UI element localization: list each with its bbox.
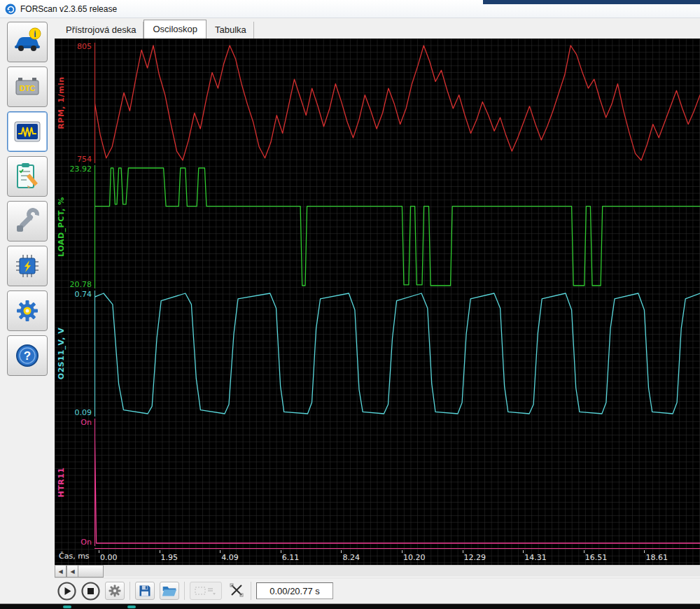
help-glyph: ? (24, 349, 31, 363)
sidebar: i DTC (0, 18, 55, 603)
x-tick-label: 18.61 (645, 553, 668, 562)
tab-tabulka[interactable]: Tabulka (208, 22, 254, 38)
marker-tool-icon (194, 585, 218, 596)
tab-bar: Přístrojová deska Osciloskop Tabulka (55, 18, 700, 38)
tab-pristrojova-deska[interactable]: Přístrojová deska (59, 22, 144, 38)
x-tick-mark (402, 550, 402, 553)
sidebar-button-oscilloscope[interactable] (7, 111, 48, 152)
subchart-rpm: 805 754 RPM, 1/min (55, 43, 700, 163)
x-tick-label: 10.20 (403, 553, 426, 562)
chip-icon (12, 251, 43, 281)
htr-waveform[interactable] (94, 419, 700, 546)
scrollbar-track[interactable] (104, 565, 700, 578)
clear-markers-button[interactable] (227, 582, 246, 601)
save-button[interactable] (135, 582, 155, 600)
scroll-left-button[interactable]: ◀ (55, 565, 66, 578)
gear-icon (12, 295, 43, 326)
x-tick-label: 8.24 (342, 553, 360, 562)
car-info-icon: i (12, 27, 43, 57)
time-tick-row: 0.001.954.096.118.2410.2012.2914.3116.51… (94, 548, 700, 562)
scope-settings-button[interactable] (105, 582, 125, 600)
wrench-icon (12, 206, 43, 237)
load-max-label: 23.92 (55, 164, 92, 174)
oscilloscope-icon (12, 116, 43, 147)
x-tick-label: 0.00 (100, 553, 118, 562)
bottom-strip-mark (63, 606, 71, 608)
x-tick-mark (281, 550, 281, 553)
marker-tool-button[interactable] (190, 582, 222, 600)
time-axis-title: Čas, ms (59, 552, 90, 561)
load-axis-title: LOAD_PCT, % (57, 197, 66, 256)
forscan-window: FORScan v2.3.65 release i DTC (0, 0, 700, 609)
window-title: FORScan v2.3.65 release (20, 4, 117, 14)
scroll-step-left-button[interactable]: ◀ (66, 565, 78, 578)
scrollbar-thumb[interactable] (78, 565, 104, 578)
htr-min-label: On (55, 538, 92, 547)
stop-button[interactable] (81, 582, 100, 601)
htr-max-label: On (55, 418, 92, 427)
rpm-axis-title: RPM, 1/min (57, 76, 66, 129)
x-tick-mark (463, 550, 463, 553)
dtc-icon: DTC (12, 71, 43, 102)
clear-markers-icon (229, 582, 244, 598)
oscilloscope-panel: 805 754 RPM, 1/min 23.92 20.78 LOAD_PCT,… (55, 38, 700, 565)
play-icon (57, 582, 76, 601)
x-tick-label: 4.09 (221, 553, 239, 562)
forscan-logo-icon (5, 4, 16, 15)
subchart-htr11: On On HTR11 (55, 419, 700, 546)
load-waveform[interactable] (94, 165, 700, 288)
o2-axis-title: O2S11_V, V (57, 328, 66, 379)
folder-icon (162, 584, 177, 598)
bottom-strip-mark (127, 606, 136, 608)
toolbar-separator (130, 582, 130, 600)
x-tick-mark (584, 550, 584, 553)
load-min-label: 20.78 (55, 280, 92, 289)
x-tick-label: 12.29 (464, 553, 486, 562)
o2-waveform[interactable] (94, 290, 700, 416)
transport-toolbar: 0.00/20.77 s (55, 578, 700, 603)
x-tick-mark (341, 550, 342, 553)
x-tick-mark (99, 550, 99, 553)
bottom-strip (0, 603, 700, 609)
sidebar-button-tests[interactable] (7, 156, 48, 197)
sidebar-button-help[interactable]: ? (7, 335, 48, 376)
horizontal-scrollbar: ◀ ◀ (55, 565, 700, 578)
sidebar-button-settings[interactable] (7, 290, 48, 331)
sidebar-button-dtc[interactable]: DTC (7, 66, 48, 107)
stop-icon (81, 582, 100, 601)
x-tick-label: 16.51 (585, 553, 608, 562)
x-tick-label: 14.31 (524, 553, 547, 562)
rpm-min-label: 754 (55, 155, 92, 164)
time-display: 0.00/20.77 s (256, 582, 333, 599)
o2-max-label: 0.74 (55, 290, 92, 299)
toolbar-gear-icon (108, 584, 122, 598)
background-window-strip (483, 0, 700, 4)
toolbar-separator (251, 582, 251, 600)
sidebar-button-vehicle-info[interactable]: i (7, 22, 48, 62)
x-tick-label: 1.95 (161, 553, 178, 562)
x-tick-mark (644, 550, 645, 553)
subchart-load-pct: 23.92 20.78 LOAD_PCT, % (55, 165, 700, 288)
x-tick-mark (220, 550, 220, 553)
time-axis: Čas, ms 0.001.954.096.118.2410.2012.2914… (55, 548, 700, 562)
o2-min-label: 0.09 (55, 408, 92, 417)
htr-axis-title: HTR11 (57, 468, 66, 498)
subchart-o2s11: 0.74 0.09 O2S11_V, V (55, 290, 700, 416)
toolbar-separator (184, 582, 185, 600)
info-glyph: i (34, 29, 36, 39)
x-tick-mark (160, 550, 160, 553)
open-button[interactable] (160, 582, 179, 600)
checklist-icon (12, 161, 43, 192)
titlebar: FORScan v2.3.65 release (0, 0, 700, 18)
sidebar-button-module-config[interactable] (7, 246, 48, 286)
play-button[interactable] (57, 582, 76, 601)
tab-osciloskop[interactable]: Osciloskop (144, 20, 206, 38)
x-tick-mark (523, 550, 524, 553)
sidebar-button-service[interactable] (7, 201, 48, 241)
help-icon: ? (12, 340, 43, 371)
dtc-label: DTC (20, 84, 36, 92)
rpm-waveform[interactable] (94, 43, 700, 163)
save-icon (138, 584, 152, 598)
rpm-max-label: 805 (55, 42, 92, 51)
x-tick-label: 6.11 (282, 553, 300, 562)
